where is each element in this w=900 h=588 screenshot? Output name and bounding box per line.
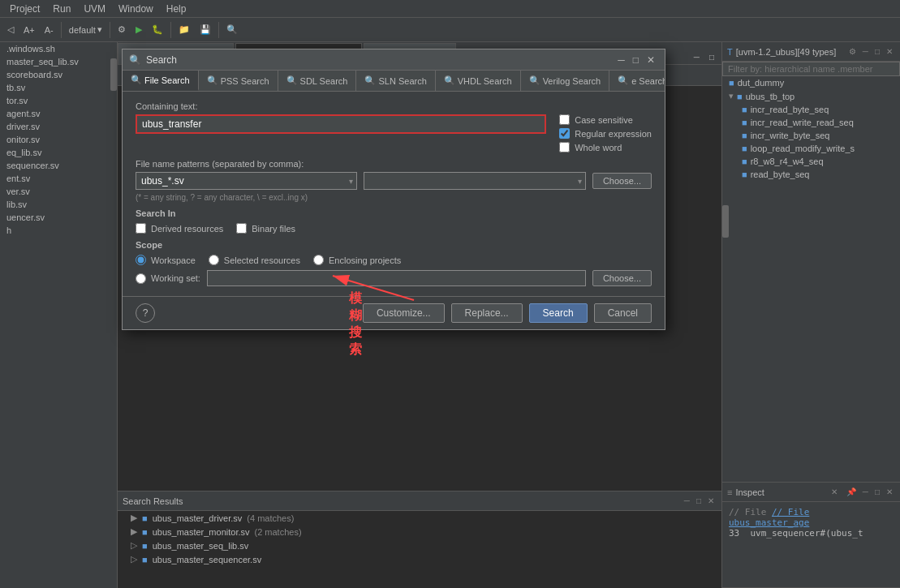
sidebar-file-7[interactable]: driver.sv [0, 120, 117, 133]
tree-icon-dut: ■ [729, 78, 734, 88]
sidebar-file-1[interactable]: .windows.sh [0, 42, 117, 55]
sidebar-file-2[interactable]: master_seq_lib.sv [0, 55, 117, 68]
sidebar-file-9[interactable]: eq_lib.sv [0, 146, 117, 159]
result-expand-0: ▶ [131, 513, 137, 523]
panel-close[interactable]: ✕ [705, 496, 717, 506]
sidebar-file-4[interactable]: tb.sv [0, 81, 117, 94]
inspect-file-link[interactable]: // File ubus_master_age [729, 507, 809, 528]
menu-project[interactable]: Project [3, 2, 46, 16]
tab-verilog-search[interactable]: 🔍 Verilog Search [521, 71, 610, 91]
right-top-maximize[interactable]: □ [872, 46, 882, 57]
dialog-close-btn[interactable]: ✕ [644, 55, 658, 65]
tab-e-search[interactable]: 🔍 e Search [609, 71, 665, 91]
toolbar-default-dropdown[interactable]: default ▾ [65, 22, 106, 37]
inspect-maximize[interactable]: □ [872, 487, 882, 497]
containing-text-input[interactable] [136, 114, 546, 134]
sidebar-file-8[interactable]: onitor.sv [0, 133, 117, 146]
working-set-choose-btn[interactable]: Choose... [592, 270, 652, 286]
search-button[interactable]: Search [529, 303, 588, 323]
menu-uvm[interactable]: UVM [77, 2, 112, 16]
toolbar-font-increase[interactable]: A+ [19, 23, 39, 37]
right-sidebar: T [uvm-1.2_ubus][49 types] ⚙ ─ □ ✕ ■ dut… [721, 42, 900, 588]
sidebar-file-13[interactable]: lib.sv [0, 198, 117, 211]
help-button[interactable]: ? [136, 303, 155, 323]
tab-sdl-search[interactable]: 🔍 SDL Search [278, 71, 357, 91]
tab-file-icon: 🔍 [131, 75, 142, 85]
file-patterns-input[interactable] [136, 173, 346, 189]
working-set-input[interactable] [207, 270, 586, 286]
tab-file-search[interactable]: 🔍 File Search [123, 71, 199, 91]
sidebar-file-10[interactable]: sequencer.sv [0, 159, 117, 172]
right-top-minimize[interactable]: ─ [860, 46, 871, 57]
cancel-button[interactable]: Cancel [594, 303, 652, 323]
inspect-pin[interactable]: 📌 [844, 487, 859, 497]
toolbar-save[interactable]: 💾 [196, 22, 215, 37]
sidebar-file-11[interactable]: ent.sv [0, 172, 117, 185]
sidebar-file-14[interactable]: uencer.sv [0, 211, 117, 224]
derived-checkbox[interactable] [136, 223, 146, 234]
tree-item-incr-write[interactable]: ■ incr_write_byte_seq [735, 129, 900, 142]
tab-pss-label: PSS Search [221, 76, 269, 86]
tree-label-incr-read: incr_read_byte_seq [751, 105, 829, 114]
sidebar-file-12[interactable]: ver.sv [0, 185, 117, 198]
toolbar-run[interactable]: ▶ [131, 22, 146, 37]
result-item-1[interactable]: ▶ ■ ubus_master_monitor.sv (2 matches) [118, 525, 721, 539]
right-top-close[interactable]: ✕ [884, 46, 895, 57]
inspect-minimize[interactable]: ─ [860, 487, 871, 497]
sidebar-file-3[interactable]: scoreboard.sv [0, 68, 117, 81]
sidebar-file-5[interactable]: tor.sv [0, 94, 117, 107]
whole-word-label: Whole word [575, 143, 622, 152]
file-patterns-choose-btn[interactable]: Choose... [592, 173, 652, 189]
menu-help[interactable]: Help [160, 2, 193, 16]
result-icon-2: ■ [142, 541, 148, 551]
dialog-maximize-btn[interactable]: □ [630, 55, 642, 65]
toolbar-debug[interactable]: 🐛 [148, 22, 167, 37]
panel-maximize[interactable]: □ [694, 496, 704, 506]
scope-enclosing-row: Enclosing projects [313, 255, 401, 265]
replace-button[interactable]: Replace... [451, 303, 523, 323]
file-patterns-arrow[interactable]: ▾ [346, 177, 356, 186]
scope-workspace-radio[interactable] [136, 255, 146, 265]
menu-run[interactable]: Run [46, 2, 77, 16]
tree-item-ubus-tb[interactable]: ▾ ■ ubus_tb_top [722, 89, 900, 103]
panel-minimize[interactable]: ─ [682, 496, 692, 506]
dialog-minimize-btn[interactable]: ─ [614, 55, 628, 65]
tree-item-r8w8[interactable]: ■ r8_w8_r4_w4_seq [735, 155, 900, 168]
sidebar-file-15[interactable]: h [0, 224, 117, 237]
toolbar-open[interactable]: 📁 [174, 22, 194, 37]
file-patterns-input2[interactable] [364, 173, 574, 189]
tab-minimize[interactable]: ─ [690, 50, 704, 64]
toolbar-build[interactable]: ⚙ [114, 22, 130, 37]
result-item-0[interactable]: ▶ ■ ubus_master_driver.sv (4 matches) [118, 511, 721, 525]
right-top-settings[interactable]: ⚙ [846, 46, 859, 57]
tab-maximize[interactable]: □ [705, 50, 718, 64]
tab-vhdl-search[interactable]: 🔍 VHDL Search [436, 71, 521, 91]
toolbar-font-decrease[interactable]: A- [41, 23, 58, 37]
tab-sdl-icon: 🔍 [286, 75, 298, 86]
scope-selected-radio[interactable] [209, 255, 219, 265]
tree-item-incr-rw[interactable]: ■ incr_read_write_read_seq [735, 116, 900, 129]
whole-word-checkbox[interactable] [559, 142, 570, 152]
file-patterns-arrow2[interactable]: ▾ [575, 177, 585, 186]
tree-item-read-byte[interactable]: ■ read_byte_seq [735, 168, 900, 181]
tab-sln-search[interactable]: 🔍 SLN Search [356, 71, 435, 91]
result-item-3[interactable]: ▷ ■ ubus_master_sequencer.sv [118, 552, 721, 566]
sidebar-file-6[interactable]: agent.sv [0, 107, 117, 120]
tree-icon-ubus: ■ [737, 92, 743, 101]
scope-workingset-radio[interactable] [136, 273, 146, 284]
tree-item-dut[interactable]: ■ dut_dummy [722, 76, 900, 89]
toolbar-search[interactable]: 🔍 [222, 22, 242, 37]
toolbar-back[interactable]: ◁ [3, 22, 18, 37]
scope-enclosing-radio[interactable] [313, 255, 324, 265]
binary-checkbox[interactable] [236, 223, 247, 234]
case-sensitive-checkbox[interactable] [559, 114, 570, 125]
menu-window[interactable]: Window [112, 2, 160, 16]
result-item-2[interactable]: ▷ ■ ubus_master_seq_lib.sv [118, 539, 721, 552]
right-filter-input[interactable] [722, 62, 900, 76]
customize-button[interactable]: Customize... [363, 303, 445, 323]
regex-checkbox[interactable] [559, 128, 570, 139]
tree-item-incr-read[interactable]: ■ incr_read_byte_seq [735, 103, 900, 116]
inspect-close[interactable]: ✕ [884, 487, 895, 497]
tree-item-loop[interactable]: ■ loop_read_modify_write_s [735, 142, 900, 155]
tab-pss-search[interactable]: 🔍 PSS Search [199, 71, 278, 91]
